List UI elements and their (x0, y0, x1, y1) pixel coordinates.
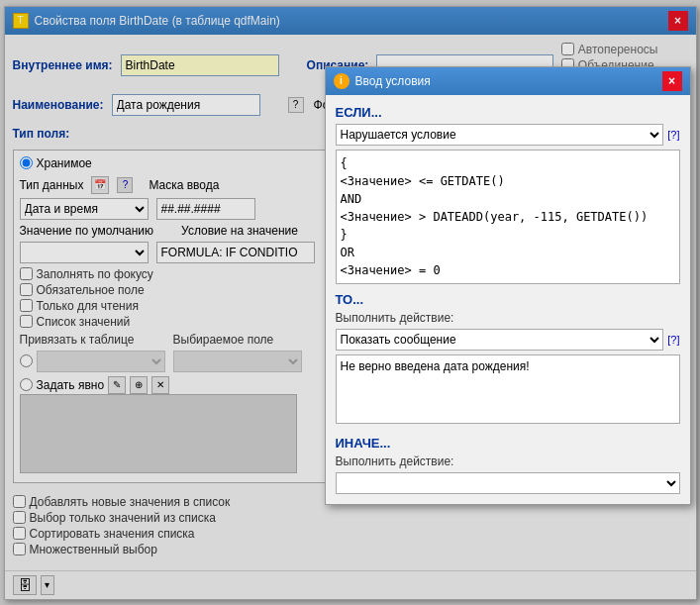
if-help-link[interactable]: [?] (667, 129, 679, 141)
modal-close-button[interactable]: × (662, 71, 682, 91)
modal-window-title: Ввод условия (355, 74, 431, 88)
modal-title-left: i Ввод условия (334, 73, 431, 89)
action-select[interactable]: Показать сообщение (336, 329, 664, 351)
if-section: ЕСЛИ... Нарушается условие [?] { <Значен… (336, 105, 680, 284)
if-label: ЕСЛИ... (336, 105, 382, 120)
message-text-area[interactable]: Не верно введена дата рождения! (336, 354, 680, 424)
else-action-label-row: Выполнить действие: (336, 454, 680, 468)
modal-window: i Ввод условия × ЕСЛИ... Нарушается усло… (325, 66, 691, 505)
to-section: ТО... Выполнить действие: Показать сообщ… (336, 292, 680, 424)
action-row: Выполнить действие: (336, 311, 680, 325)
modal-overlay: i Ввод условия × ЕСЛИ... Нарушается усло… (5, 7, 696, 599)
else-section: ИНАЧЕ... Выполнить действие: (336, 436, 680, 494)
action-label: Выполнить действие: (336, 311, 454, 325)
condition-text-area[interactable]: { <Значение> <= GETDATE() AND <Значение>… (336, 150, 680, 284)
else-action-select[interactable] (336, 472, 680, 494)
else-action-label: Выполнить действие: (336, 454, 454, 468)
else-label: ИНАЧЕ... (336, 436, 391, 451)
condition-select[interactable]: Нарушается условие (336, 124, 664, 146)
modal-title-bar: i Ввод условия × (326, 67, 690, 95)
action-help-link[interactable]: [?] (667, 334, 679, 346)
modal-content-area: ЕСЛИ... Нарушается условие [?] { <Значен… (326, 95, 690, 504)
modal-window-icon: i (334, 73, 350, 89)
to-label: ТО... (336, 292, 364, 307)
main-window: T Свойства поля BirthDate (в таблице qdf… (4, 6, 697, 600)
